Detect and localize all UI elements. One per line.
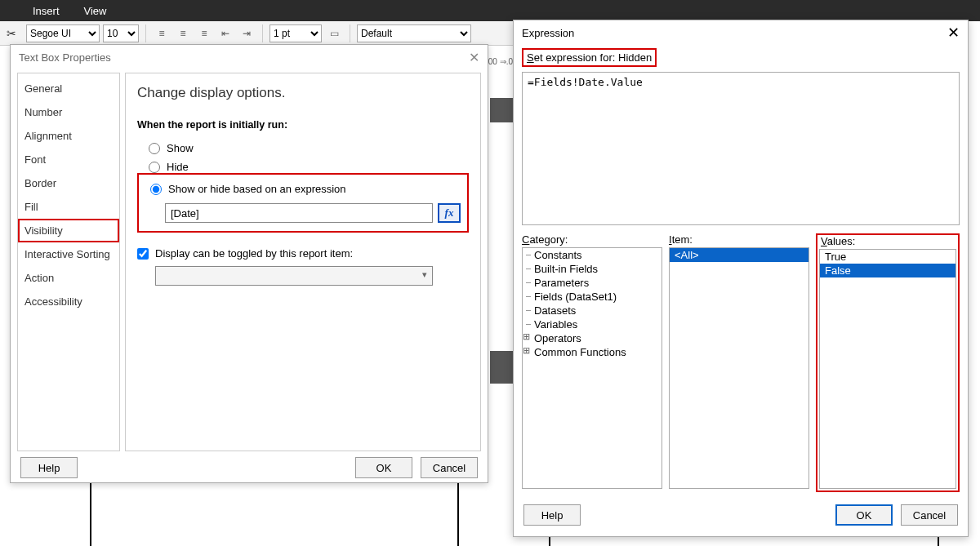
property-category-nav: General Number Alignment Font Border Fil…	[17, 73, 120, 451]
dialog-footer: Help OK Cancel	[11, 451, 488, 484]
separator	[262, 24, 263, 42]
nav-visibility[interactable]: Visibility	[18, 219, 119, 242]
radio-show[interactable]: Show	[137, 139, 469, 158]
font-size-select[interactable]: 10	[103, 24, 139, 42]
dialog-title: Expression	[522, 27, 574, 39]
app-menubar: Insert View	[0, 0, 980, 21]
indent-increase-icon[interactable]: ⇥	[238, 24, 256, 42]
category-fields[interactable]: Fields (DataSet1)	[523, 290, 662, 304]
item-label: Item:	[669, 233, 809, 246]
category-constants[interactable]: Constants	[523, 248, 662, 262]
nav-interactive-sorting[interactable]: Interactive Sorting	[18, 242, 119, 266]
ok-button[interactable]: OK	[835, 504, 893, 526]
item-all[interactable]: <All>	[670, 248, 808, 262]
category-label: Category:	[522, 233, 662, 246]
radio-expression-input[interactable]	[150, 184, 162, 195]
design-surface-fragment	[490, 98, 514, 122]
toggle-checkbox-label: Display can be toggled by this report it…	[155, 247, 353, 260]
values-label: Values:	[817, 235, 958, 247]
radio-show-label: Show	[167, 142, 194, 154]
separator	[145, 24, 146, 42]
border-weight-select[interactable]: 1 pt	[270, 24, 322, 42]
visibility-panel: Change display options. When the report …	[125, 73, 481, 451]
radio-hide-input[interactable]	[149, 162, 160, 173]
nav-general[interactable]: General	[18, 77, 119, 100]
value-false[interactable]: False	[820, 264, 956, 277]
help-button[interactable]: Help	[523, 504, 581, 526]
align-left-icon[interactable]: ≡	[153, 24, 171, 42]
nav-accessibility[interactable]: Accessibility	[18, 290, 119, 313]
category-tree[interactable]: Constants Built-in Fields Parameters Fie…	[522, 247, 662, 489]
category-variables[interactable]: Variables	[523, 317, 662, 331]
value-true[interactable]: True	[820, 250, 956, 264]
cut-icon[interactable]: ✂	[7, 27, 16, 40]
category-common-functions[interactable]: Common Functions	[523, 345, 662, 359]
expression-option-highlight: Show or hide based on an expression fx	[137, 173, 469, 233]
values-column-highlight: Values: True False	[816, 233, 960, 492]
cancel-button[interactable]: Cancel	[421, 457, 478, 478]
dialog-footer: Help OK Cancel	[514, 497, 968, 533]
initial-run-label: When the report is initially run:	[137, 119, 469, 131]
menu-insert[interactable]: Insert	[33, 5, 60, 17]
toggle-checkbox[interactable]	[137, 248, 149, 260]
font-family-select[interactable]: Segoe UI	[26, 24, 100, 42]
number-format-fragment: .00 ⇒.0	[486, 57, 514, 73]
indent-decrease-icon[interactable]: ⇤	[216, 24, 234, 42]
connector-line	[90, 483, 91, 546]
category-column: Category: Constants Built-in Fields Para…	[522, 233, 662, 492]
panel-heading: Change display options.	[137, 85, 469, 101]
nav-border[interactable]: Border	[18, 171, 119, 195]
item-column: Item: <All>	[669, 233, 809, 492]
expression-editor[interactable]: =Fields!Date.Value	[522, 72, 960, 225]
toggle-checkbox-row[interactable]: Display can be toggled by this report it…	[137, 247, 469, 260]
nav-alignment[interactable]: Alignment	[18, 124, 119, 148]
help-button[interactable]: Help	[20, 457, 78, 478]
radio-show-input[interactable]	[149, 143, 160, 154]
dialog-title: Text Box Properties	[19, 51, 111, 64]
cancel-button[interactable]: Cancel	[901, 504, 958, 526]
category-operators[interactable]: Operators	[523, 331, 662, 345]
connector-line	[457, 483, 459, 546]
close-icon[interactable]: ✕	[469, 50, 479, 65]
dialog-titlebar: Text Box Properties ✕	[11, 45, 488, 69]
fx-button[interactable]: fx	[438, 203, 461, 223]
category-builtin-fields[interactable]: Built-in Fields	[523, 262, 662, 276]
values-list[interactable]: True False	[819, 249, 956, 489]
nav-action[interactable]: Action	[18, 266, 119, 290]
set-expression-for-label: Set expression for: Hidden	[522, 48, 657, 67]
border-style-select[interactable]: Default	[357, 24, 471, 42]
separator	[350, 24, 350, 42]
dialog-titlebar: Expression ✕	[514, 20, 968, 45]
formatting-ribbon: ✂ Segoe UI 10 ≡ ≡ ≡ ⇤ ⇥ 1 pt ▭ Default	[0, 21, 514, 46]
item-list[interactable]: <All>	[669, 247, 809, 489]
close-icon[interactable]: ✕	[947, 24, 960, 42]
radio-expression[interactable]: Show or hide based on an expression	[150, 180, 461, 198]
expression-dialog: Expression ✕ Set expression for: Hidden …	[513, 20, 969, 537]
border-color-icon[interactable]: ▭	[325, 24, 343, 42]
category-datasets[interactable]: Datasets	[523, 304, 662, 317]
menu-view[interactable]: View	[84, 5, 107, 17]
connector-line	[549, 537, 550, 546]
radio-expression-label: Show or hide based on an expression	[168, 183, 346, 195]
category-parameters[interactable]: Parameters	[523, 276, 662, 290]
toggle-item-combobox[interactable]	[155, 266, 433, 286]
radio-hide-label: Hide	[167, 161, 189, 173]
ok-button[interactable]: OK	[355, 457, 412, 478]
nav-number[interactable]: Number	[18, 100, 119, 124]
align-center-icon[interactable]: ≡	[174, 24, 192, 42]
expression-input[interactable]	[165, 203, 433, 223]
design-surface-fragment	[490, 351, 514, 384]
align-right-icon[interactable]: ≡	[195, 24, 213, 42]
nav-font[interactable]: Font	[18, 148, 119, 171]
textbox-properties-dialog: Text Box Properties ✕ General Number Ali…	[10, 44, 488, 483]
nav-fill[interactable]: Fill	[18, 195, 119, 219]
connector-line	[938, 537, 939, 546]
